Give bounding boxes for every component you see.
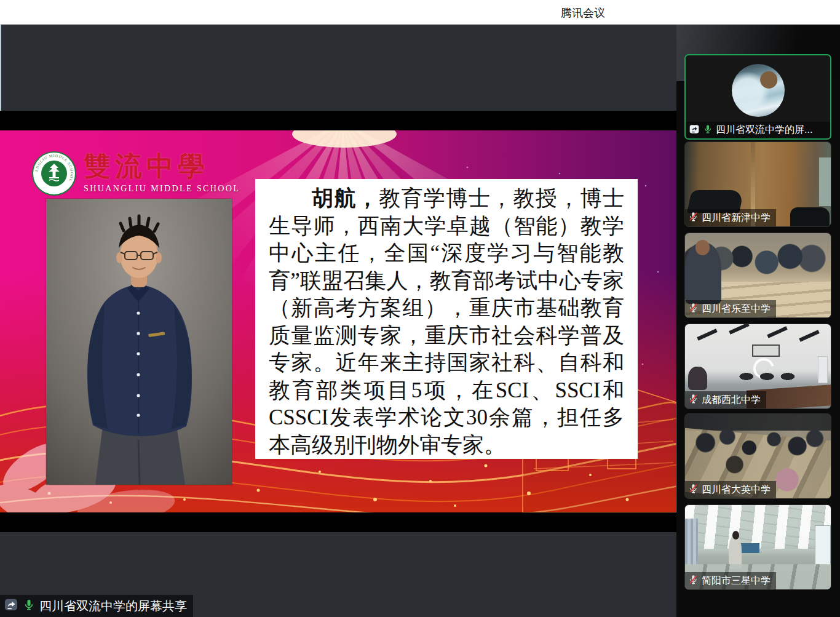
shared-screen-frame: SHUANGLIU MIDDLE SCHOOL 雙流中學 SHUANGLIU M… xyxy=(0,111,676,532)
school-name-zh: 雙流中學 xyxy=(84,151,240,182)
screen-share-icon xyxy=(689,124,700,137)
school-logo: SHUANGLIU MIDDLE SCHOOL 雙流中學 SHUANGLIU M… xyxy=(32,151,240,196)
video-decor xyxy=(799,330,820,342)
participant-name-bar: 简阳市三星中学 xyxy=(685,572,776,589)
participant-name: 简阳市三星中学 xyxy=(702,575,771,587)
video-decor xyxy=(819,157,831,206)
video-decor xyxy=(685,519,698,566)
participant-tile-xinjin[interactable]: 四川省新津中学 xyxy=(684,141,831,227)
speaker-bio-text: 胡航，教育学博士，教授，博士生导师，西南大学卓越（智能）教学中心主任，全国“深度… xyxy=(269,185,624,459)
screen-share-banner-label: 四川省双流中学的屏幕共享 xyxy=(39,598,187,615)
microphone-on-icon xyxy=(23,598,35,614)
participant-name-bar: 四川省新津中学 xyxy=(685,209,776,226)
app-title: 腾讯会议 xyxy=(561,6,605,20)
participant-tile-daying[interactable]: 四川省大英中学 xyxy=(684,413,831,499)
video-decor xyxy=(695,240,710,255)
participants-sidebar: 四川省双流中学的屏... xyxy=(676,25,840,617)
school-name-en: SHUANGLIU MIDDLE SCHOOL xyxy=(84,184,240,194)
video-decor xyxy=(697,328,718,340)
edge-highlight xyxy=(0,25,1,111)
school-emblem-icon: SHUANGLIU MIDDLE SCHOOL xyxy=(32,151,76,196)
video-decor xyxy=(737,372,801,381)
video-decor xyxy=(752,344,780,357)
microphone-muted-icon xyxy=(688,393,699,407)
microphone-muted-icon xyxy=(688,483,699,496)
screen-share-icon xyxy=(4,598,18,614)
microphone-muted-icon xyxy=(688,574,699,587)
participant-tile-sanxing[interactable]: 简阳市三星中学 xyxy=(684,504,831,590)
video-decor xyxy=(767,326,788,338)
video-decor xyxy=(688,367,707,390)
speaker-bio-box: 胡航，教育学博士，教授，博士生导师，西南大学卓越（智能）教学中心主任，全国“深度… xyxy=(255,179,638,459)
shared-screen-area: SHUANGLIU MIDDLE SCHOOL 雙流中學 SHUANGLIU M… xyxy=(0,25,676,617)
participant-avatar xyxy=(732,64,785,117)
participant-name-bar: 成都西北中学 xyxy=(685,391,766,408)
school-name: 雙流中學 SHUANGLIU MIDDLE SCHOOL xyxy=(84,151,240,194)
speaker-name: 胡航， xyxy=(312,186,379,210)
participant-tile-lezhi[interactable]: 四川省乐至中学 xyxy=(684,233,831,318)
video-decor xyxy=(685,505,831,549)
screen-share-banner: 四川省双流中学的屏幕共享 xyxy=(0,595,193,617)
video-decor xyxy=(815,525,831,566)
participant-name: 四川省新津中学 xyxy=(702,212,771,225)
speaker-portrait-photo xyxy=(46,199,232,485)
participant-name-bar: 四川省乐至中学 xyxy=(685,300,776,317)
participant-tile-shuangliu[interactable]: 四川省双流中学的屏... xyxy=(684,54,831,140)
video-decor xyxy=(739,543,759,553)
speaker-bio-body: 教育学博士，教授，博士生导师，西南大学卓越（智能）教学中心主任，全国“深度学习与… xyxy=(269,186,624,457)
video-decor xyxy=(729,324,750,335)
participant-name: 四川省乐至中学 xyxy=(702,303,771,316)
participant-name: 四川省双流中学的屏... xyxy=(716,124,812,137)
participant-name-bar: 四川省大英中学 xyxy=(685,481,776,498)
participant-name-bar: 四川省双流中学的屏... xyxy=(686,122,830,138)
microphone-on-icon xyxy=(703,124,713,137)
video-decor xyxy=(790,207,830,227)
participant-name: 成都西北中学 xyxy=(702,394,761,407)
participant-name: 四川省大英中学 xyxy=(702,484,771,496)
video-decor xyxy=(818,356,828,383)
participant-tile-xibei[interactable]: 成都西北中学 xyxy=(684,324,831,409)
microphone-muted-icon xyxy=(688,211,699,225)
microphone-muted-icon xyxy=(688,302,699,316)
window-titlebar: 腾讯会议 xyxy=(0,0,840,25)
meeting-window: 腾讯会议 xyxy=(0,0,840,617)
presentation-slide: SHUANGLIU MIDDLE SCHOOL 雙流中學 SHUANGLIU M… xyxy=(0,130,676,512)
